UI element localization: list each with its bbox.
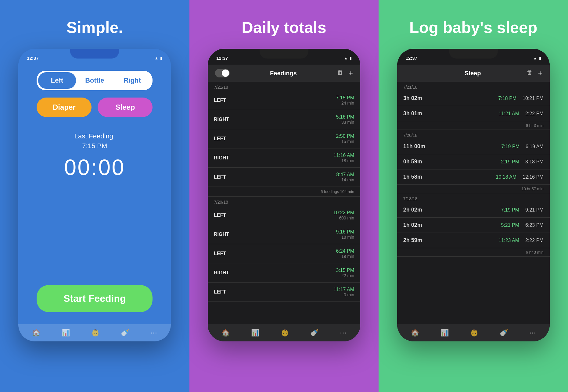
sleep-duration: 1h 58m [403, 174, 431, 180]
feeding-row: LEFT 10:22 PM 600 min [208, 206, 360, 225]
sleep-row: 11h 00m 7:19 PM 6:19 AM [397, 139, 550, 154]
feeding-time-block: 2:50 PM 15 min [336, 134, 354, 144]
sleep-day-summary-718: 6 hr 3 min [397, 248, 550, 257]
nav-chart-icon-3[interactable]: 📊 [440, 329, 449, 337]
nav-bottle-icon-3[interactable]: 🍼 [500, 329, 508, 337]
sleep-duration: 1h 02m [403, 222, 431, 228]
day-summary-721: 5 feedings 104 min [208, 187, 360, 197]
feeding-time-block: 11:17 AM 0 min [333, 287, 354, 297]
toggle-switch[interactable] [215, 69, 230, 77]
nav-more-icon-2[interactable]: ⋯ [340, 329, 347, 337]
trash-icon[interactable]: 🗑 [337, 69, 343, 77]
feeding-time: 3:15 PM [336, 268, 354, 273]
nav-more-icon-3[interactable]: ⋯ [529, 329, 536, 337]
feeding-row: LEFT 6:24 PM 19 min [208, 244, 360, 263]
seg-bottle[interactable]: Bottle [76, 72, 113, 89]
sleep-duration: 3h 01m [403, 110, 431, 117]
panel-simple: Simple. 12:37 ▲ ▮ Left Bottle Right Diap… [0, 0, 189, 392]
nav-home-icon-2[interactable]: 🏠 [221, 329, 230, 337]
date-header-721: 7/21/18 [208, 82, 360, 91]
sleep-times: 11:21 AM 2:22 PM [498, 111, 543, 116]
sleep-date-header-718: 7/18/18 [397, 193, 550, 202]
feeding-row: RIGHT 5:16 PM 33 min [208, 110, 360, 129]
feeding-side: LEFT [214, 251, 238, 256]
date-header-720: 7/20/18 [208, 197, 360, 206]
wifi-icon-2: ▲ [344, 56, 348, 60]
sleep-duration: 2h 59m [403, 237, 431, 244]
status-bar-2: 12:37 ▲ ▮ [208, 49, 360, 65]
sleep-start: 11:21 AM [498, 111, 519, 116]
feeding-row: LEFT 2:50 PM 15 min [208, 129, 360, 148]
sleep-button[interactable]: Sleep [98, 98, 153, 117]
wifi-icon: ▲ [154, 56, 158, 60]
feeding-time: 11:16 AM [333, 153, 354, 158]
sleep-duration: 11h 00m [403, 143, 431, 150]
add-icon[interactable]: + [349, 69, 353, 77]
sleep-row: 3h 01m 11:21 AM 2:22 PM [397, 106, 550, 121]
nav-chart-icon-2[interactable]: 📊 [251, 329, 259, 337]
feeding-side: LEFT [214, 136, 238, 141]
feeding-row: RIGHT 3:15 PM 22 min [208, 263, 360, 283]
sleep-end: 12:16 PM [523, 174, 543, 180]
seg-right[interactable]: Right [113, 72, 151, 89]
feeding-min: 22 min [336, 273, 354, 278]
nav-home-icon-3[interactable]: 🏠 [411, 329, 419, 337]
nav-baby-icon[interactable]: 👶 [91, 329, 99, 337]
sleep-row: 3h 02m 7:18 PM 10:21 PM [397, 91, 550, 106]
sleep-times: 11:23 AM 2:22 PM [498, 238, 543, 243]
bottom-nav-3: 🏠 📊 👶 🍼 ⋯ [397, 324, 550, 341]
feeding-side: LEFT [214, 289, 238, 295]
nav-bottle-icon-2[interactable]: 🍼 [310, 329, 318, 337]
feeding-time: 2:50 PM [336, 134, 354, 139]
seg-left[interactable]: Left [38, 72, 76, 89]
sleep-end: 9:21 PM [525, 207, 544, 213]
add-icon-3[interactable]: + [538, 69, 542, 77]
status-icons-1: ▲ ▮ [154, 56, 162, 60]
action-buttons: Diaper Sleep [37, 98, 153, 117]
nav-bottle-icon[interactable]: 🍼 [121, 329, 129, 337]
feeding-time: 9:16 PM [336, 229, 354, 235]
sleep-end: 10:21 PM [523, 96, 543, 101]
sleep-start: 5:21 PM [501, 223, 519, 228]
feedings-nav-title: Feedings [270, 70, 297, 77]
panel-daily-totals: Daily totals 12:37 ▲ ▮ Feedings 🗑 + 7/ [189, 0, 379, 392]
sleep-duration: 3h 02m [403, 95, 431, 102]
nav-more-icon[interactable]: ⋯ [150, 329, 157, 337]
sleep-duration: 2h 02m [403, 207, 431, 213]
feeding-time: 5:16 PM [336, 114, 354, 120]
sleep-date-header-721: 7/21/18 [397, 82, 550, 91]
sleep-row: 1h 02m 5:21 PM 6:23 PM [397, 218, 550, 233]
sleep-end: 3:18 PM [525, 159, 544, 165]
sleep-times: 7:19 PM 9:21 PM [501, 207, 543, 213]
feeding-time-block: 8:47 AM 14 min [336, 172, 354, 182]
sleep-row: 0h 59m 2:19 PM 3:18 PM [397, 154, 550, 169]
feeding-min: 24 min [336, 101, 354, 105]
feeding-side: RIGHT [214, 155, 238, 161]
nav-chart-icon[interactable]: 📊 [62, 329, 70, 337]
sleep-start: 10:18 AM [496, 174, 517, 180]
diaper-button[interactable]: Diaper [37, 98, 92, 117]
sleep-row: 1h 58m 10:18 AM 12:16 PM [397, 169, 550, 185]
sleep-start: 7:19 PM [501, 144, 519, 149]
feeding-time-block: 6:24 PM 19 min [336, 248, 354, 259]
feeding-side: LEFT [214, 212, 238, 218]
feeding-row: RIGHT 11:16 AM 18 min [208, 148, 360, 168]
start-feeding-button[interactable]: Start Feeding [37, 285, 153, 312]
nav-home-icon[interactable]: 🏠 [32, 329, 40, 337]
sleep-row: 2h 59m 11:23 AM 2:22 PM [397, 233, 550, 248]
sleep-end: 6:19 AM [526, 144, 544, 149]
feeding-row: LEFT 8:47 AM 14 min [208, 168, 360, 187]
nav-baby-icon-2[interactable]: 👶 [281, 329, 289, 337]
feeding-side: RIGHT [214, 270, 238, 276]
battery-icon: ▮ [160, 56, 162, 60]
trash-icon-3[interactable]: 🗑 [527, 69, 533, 77]
sleep-nav-title: Sleep [465, 70, 481, 77]
phone-frame-2: 12:37 ▲ ▮ Feedings 🗑 + 7/21/18 LEFT [208, 49, 360, 341]
feeding-min: 0 min [333, 292, 354, 297]
feeding-time: 6:24 PM [336, 248, 354, 254]
sleep-end: 2:22 PM [525, 238, 544, 243]
nav-baby-icon-3[interactable]: 👶 [470, 329, 478, 337]
feeding-min: 14 min [336, 177, 354, 182]
status-time-1: 12:37 [27, 55, 38, 61]
status-icons-3: ▲ ▮ [533, 56, 541, 60]
